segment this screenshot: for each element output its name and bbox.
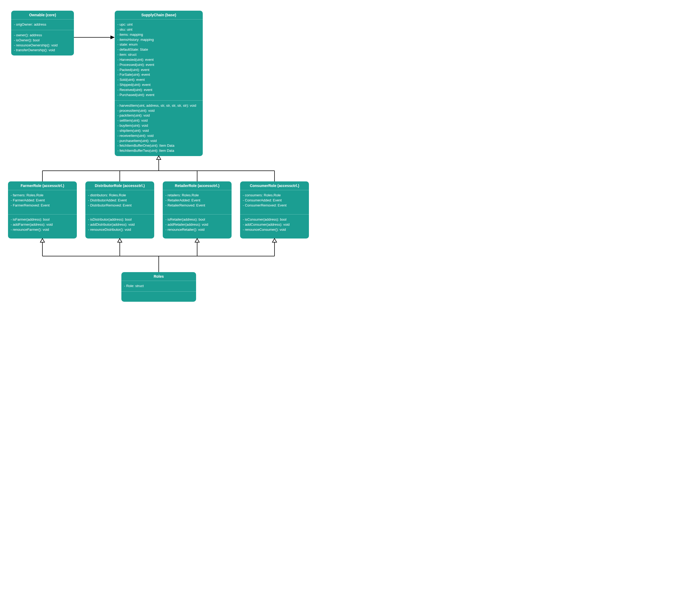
- method-line: - buyItem(uint): void: [117, 123, 200, 128]
- edge-roles-to-supplychain: [43, 156, 274, 181]
- class-supplychain: SupplyChain (base) - upc: uint - sku: ui…: [115, 11, 203, 156]
- method-line: - isFarmer(address): bool: [11, 217, 74, 222]
- attr-line: - retailers: Roles.Role: [165, 193, 229, 198]
- attr-line: - DistributorRemoved: Event: [88, 203, 152, 208]
- class-title: FarmerRole (accessctrl.): [8, 181, 77, 190]
- attr-line: - Shipped(uint): event: [117, 82, 200, 88]
- attr-line: - sku: uint: [117, 27, 200, 32]
- attr-line: - items: mapping: [117, 32, 200, 37]
- attr-line: - origOwner: address: [14, 22, 71, 27]
- attr-line: - farmers: Roles.Role: [11, 193, 74, 198]
- method-line: - packItem(uint): void: [117, 113, 200, 118]
- attr-line: - FarmerAdded: Event: [11, 198, 74, 203]
- method-line: - processItem(uint): void: [117, 108, 200, 113]
- class-title: SupplyChain (base): [115, 11, 203, 19]
- class-roles: Roles - Role: struct: [121, 272, 196, 302]
- method-line: - fetchItemBufferOne(uint): Item Data: [117, 143, 200, 148]
- attr-line: - Sold(uint): event: [117, 77, 200, 82]
- attr-line: - ConsumerRemoved: Event: [243, 203, 306, 208]
- method-line: - addDistributor(address): void: [88, 222, 152, 227]
- class-attrs: - consumers: Roles.Role - ConsumerAdded:…: [240, 190, 309, 215]
- class-title: Roles: [121, 272, 196, 281]
- class-ownable: Ownable (core) - origOwner: address - ow…: [11, 11, 74, 56]
- class-title: RetailerRole (accessctrl.): [163, 181, 232, 190]
- edge-roles-class-to-role-boxes: [40, 238, 276, 272]
- svg-marker-12: [40, 238, 45, 242]
- attr-line: - FarmerRemoved: Event: [11, 203, 74, 208]
- class-consumer-role: ConsumerRole (accessctrl.) - consumers: …: [240, 181, 309, 238]
- class-retailer-role: RetailerRole (accessctrl.) - retailers: …: [163, 181, 232, 238]
- class-distributor-role: DistributorRole (accessctrl.) - distribu…: [85, 181, 154, 238]
- svg-marker-18: [272, 238, 276, 242]
- attr-line: - upc: uint: [117, 22, 200, 27]
- method-line: - isRetailer(address): bool: [165, 217, 229, 222]
- method-line: - receiveItem(uint): void: [117, 133, 200, 139]
- class-attrs: - origOwner: address: [11, 19, 74, 30]
- attr-line: - RetailerAdded: Event: [165, 198, 229, 203]
- svg-marker-16: [195, 238, 199, 242]
- class-attrs: - upc: uint - sku: uint - items: mapping…: [115, 19, 203, 100]
- class-methods: [121, 291, 196, 302]
- method-line: - sellItem(uint): void: [117, 118, 200, 123]
- class-title: ConsumerRole (accessctrl.): [240, 181, 309, 190]
- method-line: - isConsumer(address): bool: [243, 217, 306, 222]
- attr-line: - Processed(uint): event: [117, 62, 200, 67]
- method-line: - renounceFarmer(): void: [11, 227, 74, 232]
- class-title: DistributorRole (accessctrl.): [85, 181, 154, 190]
- method-line: - owner(): address: [14, 33, 71, 38]
- class-methods: - harvestItem(uint, address, str, str, s…: [115, 100, 203, 156]
- svg-marker-14: [117, 238, 122, 242]
- attr-line: - item: struct: [117, 52, 200, 57]
- attr-line: - distributors: Roles.Role: [88, 193, 152, 198]
- method-line: - addFarmer(address): void: [11, 222, 74, 227]
- method-line: - addRetailer(address): void: [165, 222, 229, 227]
- class-farmer-role: FarmerRole (accessctrl.) - farmers: Role…: [8, 181, 77, 238]
- attr-line: - consumers: Roles.Role: [243, 193, 306, 198]
- attr-line: - DistributorAdded: Event: [88, 198, 152, 203]
- attr-line: - RetailerRemoved: Event: [165, 203, 229, 208]
- class-attrs: - retailers: Roles.Role - RetailerAdded:…: [163, 190, 232, 215]
- method-line: - transferOwnership(): void: [14, 48, 71, 53]
- method-line: - renounceOwnership(): void: [14, 43, 71, 48]
- method-line: - renounceDistributor(): void: [88, 227, 152, 232]
- class-attrs: - farmers: Roles.Role - FarmerAdded: Eve…: [8, 190, 77, 215]
- svg-marker-8: [157, 156, 161, 160]
- class-methods: - isConsumer(address): bool - addConsume…: [240, 215, 309, 238]
- attr-line: - ConsumerAdded: Event: [243, 198, 306, 203]
- class-attrs: - Role: struct: [121, 281, 196, 291]
- method-line: - isDistributor(address): bool: [88, 217, 152, 222]
- svg-marker-1: [110, 35, 115, 39]
- class-attrs: - distributors: Roles.Role - Distributor…: [85, 190, 154, 215]
- attr-line: - Harvested(uint): event: [117, 57, 200, 62]
- class-title: Ownable (core): [11, 11, 74, 19]
- attr-line: - Role: struct: [124, 284, 193, 289]
- class-methods: - owner(): address - isOwner(): bool - r…: [11, 30, 74, 56]
- method-line: - renounceRetailer(): void: [165, 227, 229, 232]
- method-line: - renounceConsumer(): void: [243, 227, 306, 232]
- attr-line: - Received(uint): event: [117, 88, 200, 93]
- attr-line: - state: enum: [117, 42, 200, 47]
- class-methods: - isDistributor(address): bool - addDist…: [85, 215, 154, 238]
- method-line: - harvestItem(uint, address, str, str, s…: [117, 103, 200, 108]
- class-methods: - isFarmer(address): bool - addFarmer(ad…: [8, 215, 77, 238]
- method-line: - shipItem(uint): void: [117, 128, 200, 133]
- attr-line: - ForSale(uint): event: [117, 72, 200, 77]
- class-methods: - isRetailer(address): bool - addRetaile…: [163, 215, 232, 238]
- edge-ownable-to-supplychain: [74, 35, 115, 39]
- attr-line: - defaultState: State: [117, 47, 200, 52]
- method-line: - isOwner(): bool: [14, 38, 71, 43]
- method-line: - addConsumer(address): void: [243, 222, 306, 227]
- method-line: - fetchItemBufferTwo(uint): Item Data: [117, 148, 200, 153]
- method-line: - purchaseItem(uint): void: [117, 139, 200, 143]
- attr-line: - itemsHistory: mapping: [117, 37, 200, 43]
- attr-line: - Packed(uint): event: [117, 67, 200, 73]
- attr-line: - Purchased(uint): event: [117, 93, 200, 98]
